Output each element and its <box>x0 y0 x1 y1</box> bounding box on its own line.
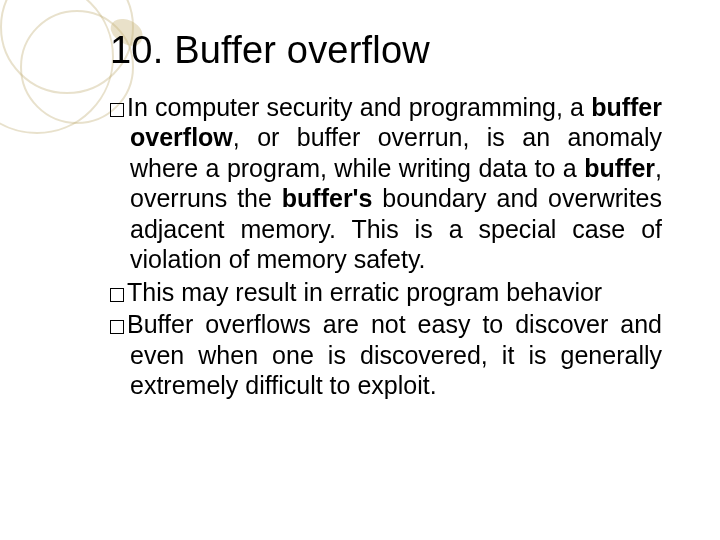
p1-b2: buffer <box>584 154 655 182</box>
bullet-icon <box>110 103 124 117</box>
slide-title: 10. Buffer overflow <box>110 30 662 72</box>
p1-b3: buffer's <box>282 184 373 212</box>
slide: 10. Buffer overflow In computer security… <box>0 0 720 540</box>
p1-t1: In computer security and programming, a <box>127 93 591 121</box>
paragraph-2: This may result in erratic program behav… <box>130 277 662 308</box>
paragraph-3: Buffer overflows are not easy to discove… <box>130 309 662 401</box>
p3-text: Buffer overflows are not easy to discove… <box>127 310 662 399</box>
paragraph-1: In computer security and programming, a … <box>130 92 662 275</box>
p2-text: This may result in erratic program behav… <box>127 278 602 306</box>
slide-body: In computer security and programming, a … <box>110 92 662 401</box>
bullet-icon <box>110 288 124 302</box>
bullet-icon <box>110 320 124 334</box>
